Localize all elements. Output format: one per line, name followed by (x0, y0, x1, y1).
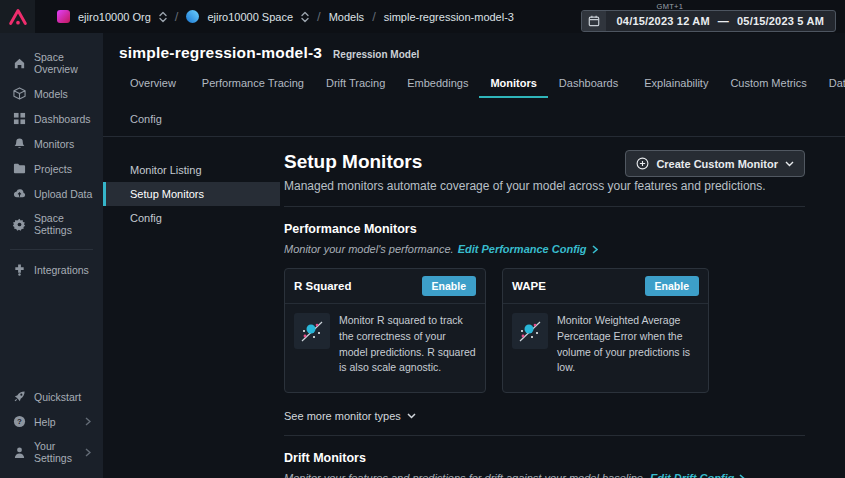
subnav-item-config[interactable]: Config (103, 206, 280, 230)
card-title: WAPE (512, 280, 546, 292)
regression-scatter-icon (512, 313, 548, 349)
model-header: simple-regression-model-3 Regression Mod… (103, 33, 845, 137)
svg-text:?: ? (17, 417, 22, 426)
cloud-upload-icon (13, 187, 26, 200)
tab-performance-tracing[interactable]: Performance Tracing (191, 71, 315, 98)
sidebar-item-monitors[interactable]: Monitors (0, 131, 103, 156)
sidebar-item-label: Projects (34, 163, 72, 175)
timezone-label: GMT+1 (657, 2, 684, 11)
section-divider (284, 435, 805, 436)
date-separator: — (718, 15, 729, 27)
date-end: 05/15/2023 5 AM (737, 15, 824, 27)
page-subtitle: Managed monitors automate coverage of yo… (284, 179, 805, 193)
sidebar-item-projects[interactable]: Projects (0, 156, 103, 181)
breadcrumb-models[interactable]: Models (329, 11, 364, 23)
monitor-card-wape: WAPE Enable Monitor Weighted Average Per… (502, 268, 709, 393)
chevron-right-icon (85, 417, 91, 426)
home-icon (13, 57, 26, 70)
sidebar-item-label: Quickstart (34, 391, 81, 403)
sidebar-item-label: Your Settings (34, 440, 77, 464)
sidebar-item-your-settings[interactable]: Your Settings (0, 434, 103, 470)
breadcrumb-separator: / (175, 9, 179, 24)
enable-wape-button[interactable]: Enable (645, 276, 699, 296)
chevron-right-icon (739, 474, 745, 478)
bell-icon (13, 137, 26, 150)
sidebar-item-integrations[interactable]: Integrations (0, 257, 103, 282)
arize-logo[interactable] (0, 0, 35, 33)
monitor-card-r-squared: R Squared Enable Monitor R squared to tr… (284, 268, 486, 393)
regression-scatter-icon (294, 313, 330, 349)
sidebar-divider (10, 249, 93, 250)
performance-monitors-description: Monitor your model's performance. (284, 243, 454, 255)
chevron-down-icon (407, 413, 416, 419)
sidebar-item-label: Help (34, 416, 56, 428)
cube-icon (13, 87, 26, 100)
breadcrumb-space[interactable]: ejiro10000 Space (207, 11, 293, 23)
circle-plus-icon (636, 157, 649, 170)
card-title: R Squared (294, 280, 352, 292)
section-divider (284, 206, 805, 207)
performance-monitors-heading: Performance Monitors (284, 222, 805, 236)
model-type-badge: Regression Model (333, 49, 419, 60)
sidebar-item-label: Dashboards (34, 113, 91, 125)
edit-performance-config-link[interactable]: Edit Performance Config (458, 243, 587, 255)
breadcrumb: ejiro10000 Org / ejiro10000 Space / Mode… (57, 9, 514, 24)
sidebar-item-help[interactable]: ? Help (0, 409, 103, 434)
gear-icon (13, 218, 26, 231)
org-swatch-icon (57, 10, 70, 23)
enable-r-squared-button[interactable]: Enable (422, 276, 476, 296)
tab-datasets[interactable]: Datasets (818, 71, 845, 98)
chevron-down-icon (785, 161, 794, 167)
tab-custom-metrics[interactable]: Custom Metrics (719, 71, 817, 98)
chevron-right-icon (85, 448, 91, 457)
help-icon: ? (13, 415, 26, 428)
create-custom-monitor-button[interactable]: Create Custom Monitor (625, 150, 805, 177)
see-more-monitor-types[interactable]: See more monitor types (284, 410, 805, 422)
org-unfold-icon[interactable] (159, 11, 167, 23)
monitors-subnav: Monitor Listing Setup Monitors Config (103, 137, 280, 478)
card-description: Monitor R squared to track the correctne… (339, 313, 476, 376)
tab-overview[interactable]: Overview (119, 71, 187, 98)
subnav-item-monitor-listing[interactable]: Monitor Listing (103, 158, 280, 182)
tab-config[interactable]: Config (119, 107, 173, 134)
create-custom-monitor-label: Create Custom Monitor (656, 158, 778, 170)
sidebar-item-label: Integrations (34, 264, 89, 276)
edit-drift-config-link[interactable]: Edit Drift Config (650, 472, 734, 478)
breadcrumb-model[interactable]: simple-regression-model-3 (384, 11, 514, 23)
card-description: Monitor Weighted Average Percentage Erro… (557, 313, 699, 376)
date-start: 04/15/2023 12 AM (617, 15, 710, 27)
tab-explainability[interactable]: Explainability (633, 71, 719, 98)
sidebar-item-dashboards[interactable]: Dashboards (0, 106, 103, 131)
sidebar-item-label: Space Settings (34, 212, 99, 236)
chevron-right-icon (592, 245, 598, 254)
sidebar-item-label: Upload Data (34, 188, 92, 200)
tab-embeddings[interactable]: Embeddings (396, 71, 479, 98)
folder-icon (13, 162, 26, 175)
date-range-picker[interactable]: GMT+1 04/15/2023 12 AM — 05/15/2023 5 AM (581, 1, 837, 32)
sidebar-item-quickstart[interactable]: Quickstart (0, 384, 103, 409)
sidebar-item-label: Models (34, 88, 68, 100)
sidebar-item-space-settings[interactable]: Space Settings (0, 206, 103, 242)
space-unfold-icon[interactable] (301, 11, 309, 23)
person-icon (13, 446, 26, 459)
grid-icon (13, 112, 26, 125)
tab-drift-tracing[interactable]: Drift Tracing (315, 71, 396, 98)
tab-monitors[interactable]: Monitors (479, 71, 547, 98)
breadcrumb-separator: / (317, 9, 321, 24)
sidebar-item-models[interactable]: Models (0, 81, 103, 106)
tab-dashboards[interactable]: Dashboards (548, 71, 629, 98)
drift-monitors-heading: Drift Monitors (284, 451, 805, 465)
performance-monitor-cards: R Squared Enable Monitor R squared to tr… (284, 268, 805, 393)
drift-monitors-description: Monitor your features and predictions fo… (284, 472, 646, 478)
sidebar-item-label: Space Overview (34, 51, 99, 75)
setup-monitors-panel: Setup Monitors Managed monitors automate… (280, 137, 845, 478)
breadcrumb-separator: / (372, 9, 376, 24)
subnav-item-setup-monitors[interactable]: Setup Monitors (103, 182, 280, 206)
sidebar-item-space-overview[interactable]: Space Overview (0, 45, 103, 81)
topbar: ejiro10000 Org / ejiro10000 Space / Mode… (0, 0, 845, 33)
sidebar-item-upload-data[interactable]: Upload Data (0, 181, 103, 206)
sidebar-item-label: Monitors (34, 138, 74, 150)
space-swatch-icon (186, 10, 199, 23)
breadcrumb-org[interactable]: ejiro10000 Org (78, 11, 151, 23)
calendar-icon[interactable] (582, 11, 606, 31)
